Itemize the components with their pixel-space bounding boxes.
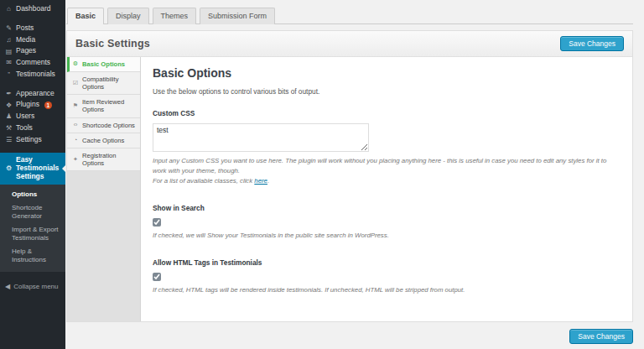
- sidebar-item-easy-testimonials-settings[interactable]: ⚙ Easy Testimonials Settings: [0, 153, 65, 184]
- gauge-icon: ◔: [72, 137, 79, 143]
- key-icon: ✦: [72, 156, 79, 163]
- options-nav-cache[interactable]: ◔ Cache Options: [67, 133, 140, 148]
- options-content: Basic Options Use the below options to c…: [141, 57, 632, 321]
- tag-icon: ⚑: [72, 102, 79, 109]
- sidebar-item-label: Pages: [16, 47, 36, 55]
- section-intro: Use the below options to control various…: [153, 87, 621, 96]
- sidebar-item-label: Settings: [16, 136, 42, 144]
- options-nav-registration[interactable]: ✦ Registration Options: [67, 148, 140, 171]
- sidebar-item-testimonials[interactable]: ” Testimonials: [0, 69, 65, 81]
- sidebar-item-media[interactable]: ♫ Media: [0, 34, 65, 46]
- tab-submission-form[interactable]: Submission Form: [200, 8, 275, 24]
- sidebar-item-comments[interactable]: ✉ Comments: [0, 57, 65, 69]
- options-nav-shortcode[interactable]: ‹› Shortcode Options: [67, 118, 140, 133]
- sidebar-item-label: Tools: [16, 124, 33, 133]
- options-nav-label: Shortcode Options: [82, 122, 135, 129]
- panel-body: ⚙ Basic Options ☑ Compatibility Options …: [67, 57, 632, 321]
- plugins-update-badge: 1: [44, 102, 52, 109]
- footer-actions: Save Changes: [66, 322, 633, 344]
- sidebar-item-label: Media: [16, 36, 35, 44]
- collapse-menu-label: Collapse menu: [13, 283, 58, 290]
- section-heading: Basic Options: [153, 66, 621, 80]
- tab-display[interactable]: Display: [107, 8, 149, 24]
- save-changes-button-top[interactable]: Save Changes: [560, 36, 624, 51]
- media-icon: ♫: [5, 36, 13, 44]
- comments-icon: ✉: [5, 59, 13, 66]
- easy-testimonials-submenu: Options Shortcode Generator Import & Exp…: [0, 185, 65, 272]
- show-in-search-description: If checked, we will Show your Testimonia…: [153, 231, 610, 241]
- main-content-area: Basic Display Themes Submission Form Bas…: [65, 0, 644, 349]
- posts-icon: ✎: [5, 24, 13, 32]
- pages-icon: ▤: [5, 48, 13, 55]
- options-nav-label: Registration Options: [82, 152, 137, 167]
- custom-css-description-line1: Input any Custom CSS you want to use her…: [153, 157, 606, 174]
- gear-icon: ⚙: [72, 60, 79, 67]
- allow-html-description: If checked, HTML tags will be rendered i…: [153, 285, 610, 295]
- settings-tab-bar: Basic Display Themes Submission Form: [66, 7, 633, 24]
- gear-icon: ⚙: [5, 164, 13, 172]
- allow-html-label: Allow HTML Tags in Testimonials: [153, 258, 621, 267]
- settings-panel: Basic Settings Save Changes ⚙ Basic Opti…: [66, 30, 633, 322]
- sidebar-item-label: Plugins: [16, 101, 39, 109]
- dashboard-icon: ⌂: [5, 5, 13, 13]
- sidebar-item-label: Testimonials: [16, 70, 55, 79]
- options-nav-label: Basic Options: [82, 60, 125, 68]
- submenu-item-help-instructions[interactable]: Help & Instructions: [0, 245, 65, 267]
- sidebar-item-label: Users: [16, 112, 34, 121]
- submenu-item-import-export[interactable]: Import & Export Testimonials: [0, 223, 65, 245]
- sidebar-item-label: Appearance: [16, 90, 55, 98]
- settings-icon: ☰: [5, 136, 13, 143]
- allow-html-section: Allow HTML Tags in Testimonials If check…: [153, 258, 621, 295]
- sidebar-item-label: Posts: [16, 24, 34, 33]
- testimonials-icon: ”: [5, 70, 13, 78]
- wp-admin-menu: ⌂ Dashboard ✎ Posts ♫ Media ▤ Pages ✉ Co…: [0, 0, 65, 294]
- sidebar-item-label: Easy Testimonials Settings: [16, 156, 62, 180]
- appearance-icon: ✒: [5, 90, 13, 97]
- options-nav-label: Compatibility Options: [82, 76, 137, 91]
- tab-themes[interactable]: Themes: [153, 8, 197, 24]
- options-nav-basic[interactable]: ⚙ Basic Options: [67, 57, 140, 72]
- options-nav-label: Item Reviewed Options: [82, 98, 137, 113]
- submenu-item-options[interactable]: Options: [0, 188, 65, 201]
- sidebar-item-tools[interactable]: ⚒ Tools: [0, 122, 65, 134]
- wp-admin-sidebar: ⌂ Dashboard ✎ Posts ♫ Media ▤ Pages ✉ Co…: [0, 0, 65, 349]
- custom-css-label: Custom CSS: [153, 109, 621, 117]
- submenu-item-shortcode-generator[interactable]: Shortcode Generator: [0, 201, 65, 223]
- tools-icon: ⚒: [5, 124, 13, 132]
- custom-css-description-period: .: [267, 177, 269, 185]
- sidebar-item-dashboard[interactable]: ⌂ Dashboard: [0, 3, 65, 15]
- options-nav-item-reviewed[interactable]: ⚑ Item Reviewed Options: [67, 95, 140, 117]
- show-in-search-checkbox[interactable]: [153, 218, 161, 227]
- plugins-icon: ❖: [5, 102, 13, 109]
- sidebar-item-plugins[interactable]: ❖ Plugins 1: [0, 99, 65, 111]
- sidebar-item-appearance[interactable]: ✒ Appearance: [0, 88, 65, 100]
- custom-css-textarea[interactable]: test: [153, 123, 369, 152]
- page-title: Basic Settings: [75, 38, 150, 49]
- sidebar-item-label: Dashboard: [16, 5, 51, 13]
- sidebar-item-users[interactable]: ♟ Users: [0, 111, 65, 122]
- collapse-menu-button[interactable]: ◀ Collapse menu: [0, 279, 65, 294]
- options-nav-label: Cache Options: [82, 137, 124, 144]
- checkbox-icon: ☑: [72, 80, 79, 86]
- save-changes-button-bottom[interactable]: Save Changes: [569, 329, 633, 344]
- options-nav: ⚙ Basic Options ☑ Compatibility Options …: [67, 57, 141, 321]
- options-nav-compatibility[interactable]: ☑ Compatibility Options: [67, 72, 140, 95]
- sidebar-item-pages[interactable]: ▤ Pages: [0, 45, 65, 57]
- collapse-arrow-icon: ◀: [5, 283, 10, 290]
- users-icon: ♟: [5, 112, 13, 120]
- sidebar-item-label: Comments: [16, 59, 50, 67]
- sidebar-item-posts[interactable]: ✎ Posts: [0, 23, 65, 34]
- sidebar-item-settings[interactable]: ☰ Settings: [0, 134, 65, 146]
- show-in-search-section: Show in Search If checked, we will Show …: [153, 204, 621, 241]
- show-in-search-label: Show in Search: [153, 204, 621, 212]
- panel-header: Basic Settings Save Changes: [67, 31, 632, 57]
- allow-html-checkbox[interactable]: [153, 273, 161, 281]
- tab-basic[interactable]: Basic: [67, 8, 104, 24]
- classes-list-link[interactable]: here: [254, 177, 267, 185]
- code-icon: ‹›: [72, 122, 79, 128]
- custom-css-description-line2: For a list of available classes, click: [153, 177, 254, 185]
- custom-css-description: Input any Custom CSS you want to use her…: [153, 156, 610, 186]
